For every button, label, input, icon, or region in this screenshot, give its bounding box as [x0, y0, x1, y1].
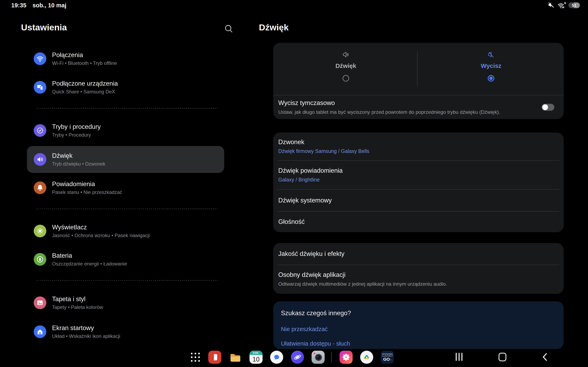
page-title: Dźwięk: [259, 22, 289, 33]
speaker-outline-icon: [342, 50, 350, 59]
wifi-icon: [34, 52, 46, 65]
mute-outline-icon: [487, 50, 495, 59]
sidebar-item-label: Ekran startowy: [52, 324, 120, 332]
sidebar-item-connections[interactable]: Połączenia Wi-Fi • Bluetooth • Tryb offl…: [27, 45, 224, 72]
home-icon: [34, 325, 46, 338]
app-drawer-button[interactable]: [189, 351, 202, 364]
devices-icon: [34, 81, 46, 94]
sidebar-item-wallpaper[interactable]: Tapeta i styl Tapety • Paleta kolorów: [27, 289, 224, 316]
gallery-app-icon[interactable]: [339, 351, 353, 364]
separate-app-sound-description: Odtwarzaj dźwięk multimediów z jednej ap…: [278, 281, 559, 287]
taskbar-divider: [331, 352, 332, 363]
volume-title: Głośność: [278, 218, 559, 225]
speaker-icon: [34, 153, 46, 166]
sidebar-item-label: Powiadomienia: [52, 180, 122, 188]
home-button[interactable]: [499, 353, 506, 361]
status-clock-area: 19:35 sob., 10 maj: [11, 2, 66, 9]
tvp-letter: T: [382, 353, 385, 356]
modes-icon: [34, 124, 46, 137]
suggestion-link-accessibility-hearing[interactable]: Ułatwienia dostępu - słuch: [273, 340, 564, 347]
suggestions-title: Szukasz czegoś innego?: [273, 301, 564, 317]
sidebar-item-subtitle: Tryb dźwięku • Dzwonek: [52, 161, 105, 167]
app-grid-icon: [191, 353, 200, 362]
tvp-go-arrow: ›: [390, 357, 391, 361]
wifi6-status-icon: 6: [557, 1, 566, 9]
volume-row[interactable]: Głośność: [273, 212, 564, 232]
calendar-weekday: SOB.: [250, 351, 263, 355]
sound-mode-options: Dźwięk Wycisz: [273, 43, 564, 95]
sidebar-item-sound[interactable]: Dźwięk Tryb dźwięku • Dzwonek: [27, 146, 224, 173]
divider: [37, 280, 217, 281]
sidebar-item-subtitle: Tryby • Procedury: [52, 132, 101, 138]
divider: [417, 52, 417, 86]
sound-mode-option-mute[interactable]: Wycisz: [419, 43, 564, 95]
sound-list-card: Dzwonek Dźwięk firmowy Samsung / Galaxy …: [273, 133, 564, 232]
recents-button[interactable]: [455, 353, 463, 361]
drive-triangle-icon: [363, 353, 371, 361]
sound-option-radio[interactable]: [343, 75, 349, 82]
temporary-mute-description: Ustaw, jak długo tablet ma być wyciszony…: [278, 109, 500, 115]
sound-mode-option-sound[interactable]: Dźwięk: [273, 43, 419, 95]
camera-flash-dot: [314, 353, 315, 354]
tvp-go-app-icon[interactable]: TVP GO›: [381, 351, 394, 364]
tvp-letter: P: [389, 353, 392, 356]
sidebar-item-notifications[interactable]: Powiadomienia Pasek stanu • Nie przeszka…: [27, 174, 224, 201]
planet-icon: [292, 352, 303, 363]
system-sound-row[interactable]: Dźwięk systemowy: [273, 190, 564, 211]
sidebar-item-display[interactable]: Wyświetlacz Jasność • Ochrona wzroku • P…: [27, 217, 224, 244]
sound-effects-card: Jakość dźwięku i efekty Osobny dźwięk ap…: [273, 243, 564, 294]
sidebar-item-label: Podłączone urządzenia: [52, 80, 118, 87]
separate-app-sound-row[interactable]: Osobny dźwięk aplikacji Odtwarzaj dźwięk…: [273, 265, 564, 293]
sidebar-item-label: Tapeta i styl: [52, 295, 103, 303]
divider: [37, 108, 217, 109]
notification-sound-row[interactable]: Dźwięk powiadomienia Galaxy / Brightline: [273, 161, 564, 189]
sidebar-item-modes[interactable]: Tryby i procedury Tryby • Procedury: [27, 117, 224, 144]
sidebar-item-battery[interactable]: Bateria Oszczędzanie energii • Ładowanie: [27, 246, 224, 273]
settings-title: Ustawienia: [21, 22, 67, 33]
status-date: sob., 10 maj: [33, 2, 66, 9]
my-files-app-icon[interactable]: [229, 351, 242, 364]
back-chevron-icon: [541, 353, 548, 361]
separate-app-sound-title: Osobny dźwięk aplikacji: [278, 271, 559, 278]
sidebar-item-connected-devices[interactable]: Podłączone urządzenia Quick Share • Sams…: [27, 74, 224, 101]
temporary-mute-title: Wycisz tymczasowo: [278, 100, 500, 106]
tvp-letter-boxes: TVP: [382, 353, 392, 356]
search-button[interactable]: [224, 24, 233, 34]
calendar-app-icon[interactable]: SOB. 10: [250, 351, 263, 364]
folder-icon: [229, 351, 242, 364]
sound-option-label: Dźwięk: [336, 62, 356, 69]
internet-app-icon[interactable]: [291, 351, 304, 364]
mute-status-icon: [548, 1, 554, 9]
screen: 19:35 sob., 10 maj 6 51: [0, 0, 588, 367]
back-button[interactable]: [541, 353, 548, 361]
sound-quality-title: Jakość dźwięku i efekty: [278, 250, 559, 257]
camera-app-icon[interactable]: [311, 351, 325, 364]
wallpaper-icon: [34, 296, 46, 309]
temporary-mute-row[interactable]: Wycisz tymczasowo Ustaw, jak długo table…: [273, 95, 564, 119]
ringtone-row[interactable]: Dzwonek Dźwięk firmowy Samsung / Galaxy …: [273, 133, 564, 160]
settings-menu: Połączenia Wi-Fi • Bluetooth • Tryb offl…: [27, 45, 224, 345]
drive-app-icon[interactable]: [360, 351, 373, 364]
bell-icon: [34, 182, 46, 194]
sidebar-item-subtitle: Oszczędzanie energii • Ładowanie: [52, 261, 127, 267]
ringtone-title: Dzwonek: [278, 139, 559, 146]
sidebar-item-subtitle: Quick Share • Samsung DeX: [52, 89, 118, 95]
toggle-knob: [542, 104, 548, 110]
calendar-day: 10: [250, 355, 263, 364]
sound-quality-row[interactable]: Jakość dźwięku i efekty: [273, 243, 564, 265]
sidebar-item-home-screen[interactable]: Ekran startowy Układ • Wskaźniki ikon ap…: [27, 318, 224, 345]
sidebar-item-subtitle: Pasek stanu • Nie przeszkadzać: [52, 189, 122, 195]
notification-sound-value: Galaxy / Brightline: [278, 177, 559, 183]
sidebar-item-label: Dźwięk: [52, 152, 105, 159]
temporary-mute-toggle[interactable]: [542, 104, 554, 111]
home-nav-icon: [499, 353, 506, 361]
messages-app-icon[interactable]: [270, 351, 283, 364]
sidebar-item-label: Połączenia: [52, 51, 117, 59]
divider: [37, 209, 217, 209]
notes-app-icon[interactable]: [208, 351, 221, 364]
sidebar-item-label: Bateria: [52, 252, 127, 259]
battery-icon: [34, 253, 46, 266]
mute-option-radio[interactable]: [488, 75, 494, 82]
suggestion-link-dnd[interactable]: Nie przeszkadzać: [273, 326, 564, 333]
battery-status-icon: 51: [568, 2, 580, 8]
